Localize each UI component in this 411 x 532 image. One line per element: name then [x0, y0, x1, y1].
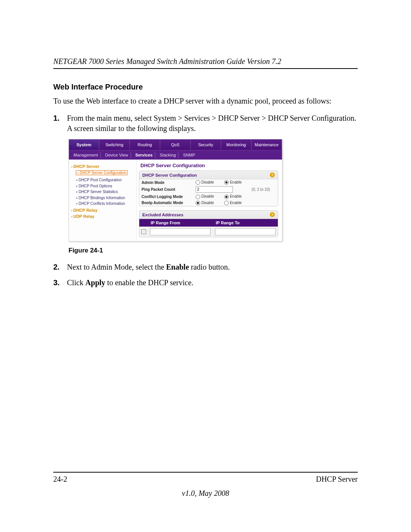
excluded-data-row	[139, 227, 278, 237]
radio-conflict-disable[interactable]	[196, 195, 200, 199]
excluded-header-row: IP Range From IP Range To	[139, 219, 278, 227]
tab-qos[interactable]: QoS	[160, 139, 191, 150]
label-bootp-auto: Bootp Automatic Mode	[139, 200, 193, 206]
page-heading: DHCP Server Configuration	[139, 163, 282, 168]
step-text: Next to Admin Mode, select the Enable ra…	[67, 262, 230, 272]
sidebar-item-pool-config[interactable]: DHCP Pool Configuration	[76, 177, 134, 183]
tab-maintenance[interactable]: Maintenance	[252, 139, 282, 150]
tab-system[interactable]: System	[69, 139, 99, 150]
subtab-services[interactable]: Services	[133, 152, 155, 158]
screenshot-figure: System Switching Routing QoS Security Mo…	[68, 139, 282, 241]
radio-label-enable: Enable	[230, 180, 242, 184]
input-ip-range-to[interactable]	[215, 228, 276, 235]
secondary-tab-row: Management Device View Services Stacking…	[69, 150, 282, 160]
step-text: From the main menu, select System > Serv…	[67, 113, 358, 134]
tab-routing[interactable]: Routing	[130, 139, 160, 150]
procedure-list: 1. From the main menu, select System > S…	[53, 113, 358, 134]
step-number: 1.	[53, 113, 61, 134]
sidebar-item-dhcp-server-config[interactable]: DHCP Server Configuration	[76, 170, 127, 175]
subtab-snmp[interactable]: SNMP	[181, 152, 198, 158]
step-number: 2.	[53, 262, 61, 272]
step-number: 3.	[53, 278, 61, 288]
header-checkbox-spacer	[139, 219, 148, 227]
label-conflict-logging: Conflict Logging Mode	[139, 193, 193, 200]
input-ip-range-from[interactable]	[150, 228, 210, 235]
col-ip-range-from: IP Range From	[148, 219, 213, 227]
radio-admin-enable[interactable]	[224, 180, 229, 185]
figure-caption: Figure 24-1	[68, 247, 358, 254]
section-title: Web Interface Procedure	[53, 83, 358, 91]
panel-title: Excluded Addresses ?	[139, 211, 278, 219]
screenshot-body: DHCP Server DHCP Server Configuration DH…	[69, 160, 282, 241]
primary-tab-row: System Switching Routing QoS Security Mo…	[69, 139, 282, 150]
sidebar-item-conflicts-info[interactable]: DHCP Conflicts Information	[76, 201, 134, 206]
radio-bootp-enable[interactable]	[224, 201, 229, 205]
radio-label-enable: Enable	[230, 194, 242, 198]
section-name: DHCP Server	[316, 475, 358, 484]
panel-dhcp-server-config: DHCP Server Configuration ? Admin Mode D…	[139, 171, 278, 206]
panel-title: DHCP Server Configuration ?	[139, 171, 278, 179]
radio-label-disable: Disable	[201, 180, 214, 184]
intro-paragraph: To use the Web interface to create a DHC…	[53, 96, 358, 106]
step-2: 2. Next to Admin Mode, select the Enable…	[53, 262, 358, 272]
help-icon[interactable]: ?	[270, 212, 275, 217]
sidebar-group-udp-relay[interactable]: UDP Relay	[71, 214, 134, 219]
radio-label-disable: Disable	[201, 194, 214, 198]
panel-title-text: DHCP Server Configuration	[142, 173, 197, 177]
tab-switching[interactable]: Switching	[99, 139, 130, 150]
footer-rule	[53, 472, 358, 473]
sidebar: DHCP Server DHCP Server Configuration DH…	[69, 160, 137, 241]
step-1: 1. From the main menu, select System > S…	[53, 113, 358, 134]
document-page: NETGEAR 7000 Series Managed Switch Admin…	[0, 0, 411, 532]
radio-conflict-enable[interactable]	[224, 195, 229, 199]
page-footer: 24-2 DHCP Server v1.0, May 2008	[53, 472, 358, 498]
label-ping-packet-count: Ping Packet Count	[139, 185, 193, 193]
label-admin-mode: Admin Mode	[139, 179, 193, 185]
subtab-management[interactable]: Management	[71, 152, 100, 158]
footer-version: v1.0, May 2008	[53, 489, 358, 498]
radio-bootp-disable[interactable]	[196, 201, 200, 205]
col-ip-range-to: IP Range To	[213, 219, 278, 227]
tab-monitoring[interactable]: Monitoring	[221, 139, 252, 150]
running-header: NETGEAR 7000 Series Managed Switch Admin…	[53, 57, 358, 69]
radio-label-disable: Disable	[201, 201, 214, 205]
tab-security[interactable]: Security	[191, 139, 221, 150]
radio-label-enable: Enable	[230, 201, 242, 205]
procedure-list-cont: 2. Next to Admin Mode, select the Enable…	[53, 262, 358, 288]
input-ping-packet-count[interactable]	[196, 186, 233, 193]
subtab-device-view[interactable]: Device View	[103, 152, 131, 158]
sidebar-item-pool-options[interactable]: DHCP Pool Options	[76, 184, 134, 189]
sidebar-item-server-stats[interactable]: DHCP Server Statistics	[76, 189, 134, 195]
panel-excluded-addresses: Excluded Addresses ? IP Range From IP Ra…	[139, 210, 278, 237]
hint-ping-range: (0, 2 to 10)	[249, 185, 278, 193]
step-text: Click Apply to enable the DHCP service.	[67, 278, 193, 288]
main-panel-area: DHCP Server Configuration DHCP Server Co…	[137, 160, 282, 241]
subtab-stacking[interactable]: Stacking	[158, 152, 178, 158]
sidebar-group-dhcp-server[interactable]: DHCP Server	[71, 164, 134, 169]
sidebar-item-bindings-info[interactable]: DHCP Bindings Information	[76, 195, 134, 201]
step-3: 3. Click Apply to enable the DHCP servic…	[53, 278, 358, 288]
config-table: Admin Mode Disable Enable Ping Packet Co…	[139, 179, 278, 206]
panel-title-text: Excluded Addresses	[142, 212, 183, 217]
help-icon[interactable]: ?	[270, 173, 275, 177]
page-number: 24-2	[53, 475, 67, 484]
sidebar-group-dhcp-relay[interactable]: DHCP Relay	[71, 208, 134, 212]
radio-admin-disable[interactable]	[196, 180, 200, 185]
row-checkbox[interactable]	[139, 228, 148, 235]
